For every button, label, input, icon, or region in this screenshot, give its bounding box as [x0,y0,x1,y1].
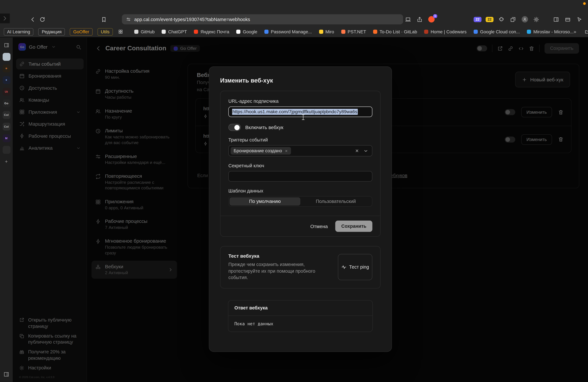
favicon [527,30,531,34]
chevron-down-icon[interactable] [363,148,368,153]
event-triggers-select[interactable]: Бронирование создано [228,145,372,156]
extension-badge-1[interactable]: 22 [474,17,482,22]
bookmark-item[interactable]: Google [236,29,257,34]
all-bookmarks-button[interactable]: Все закладки [585,29,588,34]
bookmark-label: PST.NET [348,29,366,34]
favicon [236,30,241,34]
share-icon[interactable] [416,16,423,23]
cancel-button[interactable]: Отмена [310,223,328,229]
workspace-icon-3[interactable]: ✦ [2,76,10,84]
forward-icon[interactable] [0,14,10,23]
bookmark-label: Яндекс Почта [200,29,229,34]
secret-key-input[interactable] [228,171,372,182]
extension-badge-2[interactable]: 22 [485,17,493,22]
workspace-icon-1[interactable] [2,53,10,61]
bookmark-label: Miro [325,29,334,34]
device-icon[interactable] [404,16,412,23]
bookmark-label: Home | Codewars [431,29,466,34]
bookmark-label: Google Cloud con... [480,29,520,34]
bookmark-item[interactable]: Password Manage... [264,29,312,34]
bookmark-apps-grid-icon[interactable] [118,29,123,34]
reload-icon[interactable] [38,14,47,24]
test-webhook-card: Тест вебхука Прежде чем сохранить измене… [220,246,381,288]
profile-icon[interactable] [521,16,528,23]
dialog-title: Изменить веб-хук [220,77,381,84]
chip-remove-icon[interactable] [285,149,288,153]
url-text: app.cal.com/event-types/1930745?tabName=… [134,17,250,22]
strip-bottom-icon[interactable] [2,370,10,378]
favicon [162,30,166,34]
extension-icon[interactable] [498,16,505,23]
split-view-icon[interactable] [552,16,560,23]
favicon [474,30,478,34]
brave-rewards-icon[interactable]: 1 [427,16,435,23]
payload-template-segmented: По умолчанию Пользовательский [228,196,372,207]
bookmark-item[interactable]: Home | Codewars [424,29,466,34]
workspace-strip: ✳✦UtGoColColM+ [0,38,13,382]
clear-all-icon[interactable] [355,149,359,153]
test-webhook-desc: Прежде чем сохранить изменения, протести… [228,261,323,281]
bookmarks-bar: AI LearningРедакцияGoOfferUtils GitHubCh… [0,26,588,37]
add-workspace-icon[interactable]: + [2,157,10,165]
workspace-icon-8[interactable]: M [2,134,10,142]
trigger-chip[interactable]: Бронирование создано [231,147,291,155]
template-default-option[interactable]: По умолчанию [230,197,300,206]
brave-badge: 1 [433,14,437,18]
test-ping-button[interactable]: Тест ping [338,254,372,280]
bookmark-item[interactable]: GitHub [134,29,155,34]
workspace-icon-4[interactable]: Ut [2,88,10,96]
payload-template-label: Шаблон данных [228,188,372,194]
workspace-icon-2[interactable]: ✳ [2,64,10,72]
bookmark-icon[interactable] [99,14,109,24]
template-custom-option[interactable]: Пользовательский [300,197,371,206]
bookmark-item[interactable]: Google Cloud con... [474,29,520,34]
subscriber-url-input[interactable]: https://hook.us1.make.com/7jpgmdffkuttju… [228,106,372,117]
favicon [194,30,198,34]
extensions-menu-icon[interactable] [532,16,540,23]
bookmark-label: To-Do List · GitLab [379,29,417,34]
bookmark-item[interactable]: Редакция [38,28,65,35]
wallet-icon[interactable] [564,16,571,23]
shield-icon[interactable] [587,16,588,23]
enable-webhook-toggle[interactable] [228,124,241,131]
bookmark-item[interactable]: Miro [319,29,334,34]
bookmark-item[interactable]: AI Learning [4,28,34,35]
brave-icon: 1 [428,16,435,22]
tabs-icon[interactable] [509,16,517,23]
favicon [341,30,345,34]
back-icon[interactable] [28,14,38,24]
bookmark-label: Password Manage... [271,29,312,34]
test-webhook-title: Тест вебхука [228,253,323,259]
bookmark-item[interactable]: Utils [97,28,113,35]
bookmark-label: Google [243,29,257,34]
bookmark-item[interactable]: To-Do List · GitLab [373,29,417,34]
bookmark-label: ChatGPT [168,29,187,34]
enable-webhook-label: Включить вебхук [245,125,283,130]
favicon [424,30,428,34]
dialog-footer: Отмена Сохранить [220,216,380,236]
bookmark-item[interactable]: Яндекс Почта [194,29,229,34]
edit-webhook-dialog: Изменить веб-хук URL-адрес подписчика ht… [209,66,392,352]
browser-toolbar: app.cal.com/event-types/1930745?tabName=… [0,14,588,25]
site-settings-icon[interactable] [126,17,131,22]
favicon [319,30,323,34]
screen: app.cal.com/event-types/1930745?tabName=… [0,0,588,382]
overflow-bookmarks-chevron[interactable]: » [574,29,576,35]
sidebar-toggle-icon[interactable] [2,41,10,49]
address-bar[interactable]: app.cal.com/event-types/1930745?tabName=… [122,14,403,24]
workspace-icon-6[interactable]: Col [2,111,10,119]
webhook-response-title: Ответ вебхука [228,300,372,316]
highlight-cursor-icon[interactable] [576,16,583,23]
bookmark-item[interactable]: ChatGPT [162,29,187,34]
text-cursor-icon [301,114,305,120]
enable-webhook-row: Включить вебхук [228,124,372,131]
workspace-icon-5[interactable]: Go [2,99,10,107]
bookmarks-left-group: AI LearningРедакцияGoOfferUtils [4,28,113,35]
browser-chrome: app.cal.com/event-types/1930745?tabName=… [0,0,588,38]
bookmark-item[interactable]: PST.NET [341,29,366,34]
save-webhook-button[interactable]: Сохранить [335,221,372,232]
bookmark-item[interactable]: Miroslav - Microso... [527,29,573,34]
workspace-icon-9[interactable] [2,146,10,154]
workspace-icon-7[interactable]: Col [2,123,10,130]
bookmark-item[interactable]: GoOffer [70,28,93,35]
